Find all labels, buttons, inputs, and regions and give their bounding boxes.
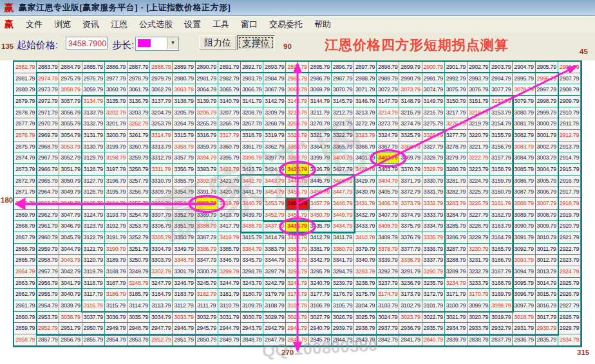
menu-item-浏览[interactable]: 浏览 — [48, 17, 77, 32]
menu-item-公式选股[interactable]: 公式选股 — [133, 17, 178, 32]
grid-cell: 3169.79 — [490, 289, 513, 300]
grid-cell: 3269.79 — [286, 118, 308, 130]
grid-cell: 2876.79 — [14, 130, 37, 141]
support-button-pressed[interactable]: 支撑位 — [237, 35, 275, 50]
grid-cell: 3194.79 — [105, 198, 128, 210]
grid-cell: 3448.79 — [332, 198, 354, 210]
grid-cell: 3303.79 — [150, 255, 173, 266]
grid-cell: 3264.79 — [173, 118, 195, 130]
grid-cell: 3207.79 — [218, 107, 241, 119]
grid-cell: 3022.79 — [422, 312, 445, 323]
grid-cell: 3135.79 — [105, 96, 128, 107]
grid-cell: 3418.79 — [218, 210, 241, 221]
grid-cell: 3127.79 — [82, 176, 105, 187]
grid-cell: 3097.79 — [513, 300, 535, 312]
grid-cell: 3053.79 — [59, 141, 82, 153]
grid-cell: 2930.79 — [536, 323, 558, 334]
grid-cell: 3165.79 — [490, 244, 513, 255]
grid-cell: 2894.79 — [286, 62, 308, 73]
grid-cell: 3296.79 — [286, 266, 308, 278]
grid-cell: 3442.79 — [241, 176, 263, 187]
grid-cell: 3417.79 — [218, 221, 241, 232]
menu-item-江恩[interactable]: 江恩 — [105, 17, 133, 32]
grid-cell: 3300.79 — [196, 266, 218, 278]
angle-label-90: 90 — [283, 42, 292, 50]
grid-cell: 3149.79 — [422, 96, 445, 107]
step-color-dropdown[interactable]: ▼ — [135, 37, 179, 51]
grid-cell: 2839.79 — [445, 334, 468, 346]
grid-cell: 2995.79 — [513, 73, 535, 85]
grid-cell: 2854.79 — [105, 334, 128, 346]
grid-cell: 3309.79 — [150, 187, 173, 198]
grid-cell: 3011.79 — [536, 244, 558, 255]
grid-cell: 3349.79 — [173, 244, 195, 255]
menu-item-帮助[interactable]: 帮助 — [308, 17, 337, 32]
grid-cell: 3238.79 — [354, 278, 377, 289]
grid-cell: 3182.79 — [196, 289, 218, 300]
grid-cell: 3125.79 — [82, 198, 105, 210]
grid-cell: 2982.79 — [218, 73, 241, 85]
menu-item-工具[interactable]: 工具 — [207, 17, 235, 32]
grid-cell: 2955.79 — [37, 289, 59, 300]
grid-cell: 2940.79 — [309, 323, 332, 334]
grid-cell: 3277.79 — [445, 130, 468, 141]
grid-cell: 3229.79 — [468, 232, 490, 244]
grid-cell: 2852.79 — [150, 334, 173, 346]
menu-item-窗口[interactable]: 窗口 — [235, 17, 263, 32]
grid-cell: 2985.79 — [286, 73, 308, 85]
grid-cell: 3062.79 — [150, 84, 173, 96]
menu-item-资讯[interactable]: 资讯 — [77, 17, 105, 32]
grid-cell: 2893.79 — [263, 62, 286, 73]
grid-cell: 3164.79 — [490, 232, 513, 244]
grid-cell: 3429.79 — [354, 176, 377, 187]
grid-cell: 3223.79 — [468, 164, 490, 176]
menu-items-container: 文件浏览资讯江恩公式选股设置工具窗口交易委托帮助 — [20, 17, 337, 32]
start-price-input[interactable] — [66, 37, 108, 50]
grid-cell: 2853.79 — [128, 334, 150, 346]
grid-cell: 3111.79 — [196, 300, 218, 312]
grid-cell: 3301.79 — [173, 266, 195, 278]
grid-cell: 3101.79 — [422, 300, 445, 312]
grid-cell: 2857.79 — [37, 334, 59, 346]
grid-cell: 3230.79 — [468, 244, 490, 255]
grid-cell: 3052.79 — [59, 152, 82, 164]
grid-cell: 3413.79 — [286, 232, 308, 244]
grid-cell: 3295.79 — [309, 266, 332, 278]
grid-cell: 2924.79 — [558, 266, 581, 278]
grid-cell: 3402.79 — [377, 152, 399, 164]
resistance-button[interactable]: 阻力位 — [199, 35, 236, 50]
grid-cell: 3307.79 — [150, 210, 173, 221]
grid-cell: 2962.79 — [37, 210, 59, 221]
grid-cell: 3365.79 — [332, 141, 354, 153]
grid-cell: 3313.79 — [150, 141, 173, 153]
grid-cell: 2837.79 — [490, 334, 513, 346]
grid-cell: 3035.79 — [128, 312, 150, 323]
grid-cell: 3451.79 — [286, 210, 308, 221]
menu-item-设置[interactable]: 设置 — [178, 17, 207, 32]
grid-cell: 3343.79 — [286, 255, 308, 266]
grid-cell: 3235.79 — [422, 278, 445, 289]
grid-cell: 2891.79 — [218, 62, 241, 73]
grid-cell: 3014.79 — [536, 278, 558, 289]
grid-cell: 3171.79 — [445, 289, 468, 300]
grid-cell: 3370.79 — [399, 164, 422, 176]
grid-cell: 3375.79 — [399, 221, 422, 232]
grid-cell: 2879.79 — [14, 96, 37, 107]
grid-cell: 3308.79 — [150, 198, 173, 210]
grid-cell: 3104.79 — [354, 300, 377, 312]
start-price-label: 起始价格: — [17, 39, 58, 51]
grid-cell: 3304.79 — [150, 244, 173, 255]
grid-cell: 2889.79 — [173, 62, 195, 73]
menu-item-文件[interactable]: 文件 — [20, 17, 48, 32]
grid-cell: 3080.79 — [513, 107, 535, 119]
grid-cell: 3231.79 — [468, 255, 490, 266]
grid-cell: 3039.79 — [59, 300, 82, 312]
grid-cell: 3441.79 — [241, 187, 263, 198]
grid-cell: 3006.79 — [536, 187, 558, 198]
grid-cell: 3436.79 — [286, 221, 308, 232]
grid-cell: 3153.79 — [490, 107, 513, 119]
chevron-down-icon[interactable]: ▼ — [167, 37, 178, 49]
grid-cell: 3204.79 — [150, 107, 173, 119]
menu-item-交易委托[interactable]: 交易委托 — [263, 17, 308, 32]
grid-cell: 3140.79 — [218, 96, 241, 107]
